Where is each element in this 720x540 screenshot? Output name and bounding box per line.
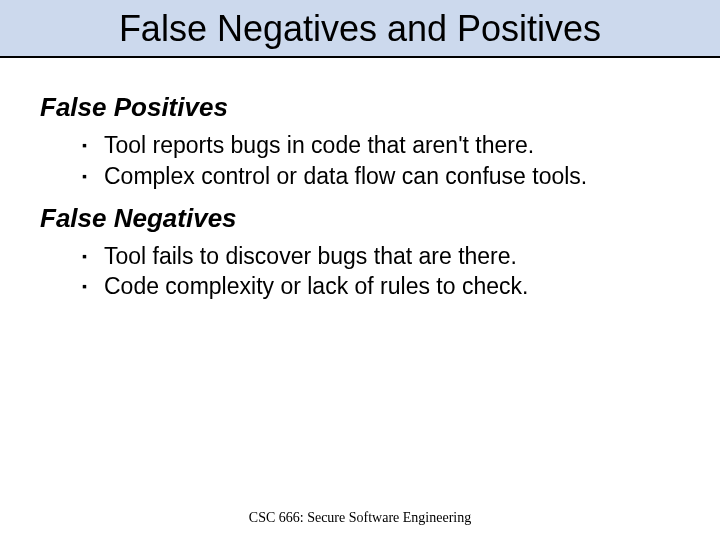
bullet-list-false-negatives: Tool fails to discover bugs that are the…: [40, 242, 680, 302]
slide-content: False Positives Tool reports bugs in cod…: [0, 58, 720, 301]
section-heading-false-negatives: False Negatives: [40, 203, 680, 234]
list-item: Complex control or data flow can confuse…: [82, 162, 680, 191]
list-item: Code complexity or lack of rules to chec…: [82, 272, 680, 301]
slide-footer: CSC 666: Secure Software Engineering: [0, 510, 720, 526]
slide-title-bar: False Negatives and Positives: [0, 0, 720, 58]
bullet-list-false-positives: Tool reports bugs in code that aren't th…: [40, 131, 680, 191]
section-heading-false-positives: False Positives: [40, 92, 680, 123]
list-item: Tool fails to discover bugs that are the…: [82, 242, 680, 271]
list-item: Tool reports bugs in code that aren't th…: [82, 131, 680, 160]
slide-title: False Negatives and Positives: [0, 8, 720, 50]
